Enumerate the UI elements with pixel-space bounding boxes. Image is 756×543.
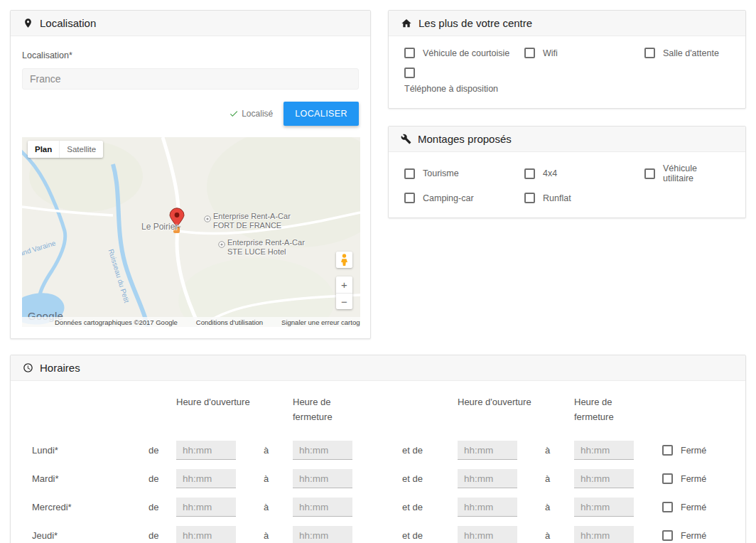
time-lundi-open1-input[interactable] — [176, 441, 236, 460]
map-plan-button[interactable]: Plan — [28, 141, 59, 158]
checkbox-runflat[interactable]: Runflat — [524, 193, 644, 203]
horaires-row-lundi: Lundi* de à et de à Fermé — [32, 436, 724, 465]
salle-attente-checkbox[interactable] — [644, 48, 655, 58]
time-mardi-open2-input[interactable] — [458, 469, 517, 488]
clock-icon — [23, 362, 33, 373]
camping-car-checkbox[interactable] — [404, 193, 415, 203]
close-header-2: Heure de fermeture — [574, 395, 631, 425]
zoom-in-button[interactable]: + — [336, 276, 352, 293]
telephone-checkbox[interactable] — [404, 68, 415, 78]
runflat-checkbox[interactable] — [524, 193, 535, 203]
time-lundi-close1-input[interactable] — [293, 441, 352, 460]
top-row: Localisation Localisation* Localisé LOCA… — [10, 10, 746, 339]
time-jeudi-open2-input[interactable] — [458, 526, 517, 543]
localize-row: Localisé LOCALISER — [22, 102, 359, 126]
home-icon — [401, 18, 412, 29]
map-label-enterprise-steluce: Enterprise Rent-A-Car STE LUCE Hotel — [227, 238, 305, 256]
open-header-1: Heure d'ouverture — [176, 395, 264, 410]
horaires-body: Heure d'ouverture Heure de fermeture Heu… — [11, 381, 745, 543]
time-mardi-close1-input[interactable] — [293, 469, 352, 488]
ferme-mardi-checkbox[interactable] — [662, 473, 673, 484]
4x4-checkbox[interactable] — [524, 168, 535, 179]
montages-title: Montages proposés — [418, 133, 512, 145]
checkbox-vehicule-courtoisie[interactable]: Véhicule de courtoisie — [404, 48, 524, 58]
zoom-out-button[interactable]: − — [336, 293, 352, 309]
horaires-row-mercredi: Mercredi* de à et de à Fermé — [32, 493, 724, 522]
right-column: Les plus de votre centre Véhicule de cou… — [388, 10, 746, 218]
tourisme-checkbox[interactable] — [404, 168, 415, 179]
localisation-field-label: Localisation* — [22, 50, 359, 60]
checkbox-4x4[interactable]: 4x4 — [524, 163, 644, 183]
checkbox-telephone[interactable]: Téléphone à disposition — [404, 68, 524, 94]
time-mercredi-open1-input[interactable] — [176, 498, 236, 517]
localisation-body: Localisation* Localisé LOCALISER — [11, 36, 370, 338]
map-satellite-button[interactable]: Satellite — [59, 141, 103, 158]
time-lundi-close2-input[interactable] — [574, 441, 634, 460]
zoom-control: + − — [336, 276, 352, 309]
montages-card: Montages proposés Tourisme 4x4 — [388, 126, 746, 218]
extras-card: Les plus de votre centre Véhicule de cou… — [388, 10, 746, 109]
time-mercredi-close1-input[interactable] — [293, 498, 352, 517]
map-label-le-poirier: Le Poirier — [141, 222, 178, 232]
localisation-card-header: Localisation — [11, 11, 370, 36]
horaires-row-jeudi: Jeudi* de à et de à Fermé — [32, 522, 724, 543]
time-lundi-open2-input[interactable] — [458, 441, 517, 460]
time-mercredi-close2-input[interactable] — [574, 498, 634, 517]
map-report-error-link[interactable]: Signaler une erreur cartographique — [281, 318, 360, 326]
wifi-checkbox[interactable] — [524, 48, 535, 58]
localisation-input[interactable] — [22, 68, 359, 90]
day-label: Lundi* — [32, 445, 148, 456]
open-header-2: Heure d'ouverture — [458, 395, 545, 410]
ferme-lundi-checkbox[interactable] — [662, 445, 673, 456]
day-label: Mercredi* — [32, 502, 148, 512]
montages-card-header: Montages proposés — [389, 127, 745, 152]
close-header-1: Heure de fermeture — [293, 395, 350, 425]
horaires-card-header: Horaires — [11, 355, 745, 381]
vehicule-courtoisie-checkbox[interactable] — [404, 48, 415, 58]
horaires-title: Horaires — [40, 362, 80, 374]
montages-body: Tourisme 4x4 Véhicule utilitaire Ca — [389, 152, 745, 217]
ferme-jeudi-checkbox[interactable] — [662, 530, 673, 541]
map-type-control: Plan Satellite — [28, 141, 103, 158]
pegman-control[interactable] — [336, 252, 352, 268]
ferme-mercredi[interactable]: Fermé — [662, 502, 724, 512]
day-label: Jeudi* — [32, 530, 148, 541]
ferme-lundi[interactable]: Fermé — [662, 445, 724, 456]
ferme-jeudi[interactable]: Fermé — [662, 530, 724, 541]
time-mardi-close2-input[interactable] — [574, 469, 634, 488]
time-jeudi-close1-input[interactable] — [293, 526, 352, 543]
map[interactable]: Le Poirier Enterprise Rent-A-Car FORT DE… — [22, 137, 360, 327]
horaires-row-mardi: Mardi* de à et de à Fermé — [32, 465, 724, 493]
checkbox-vehicule-utilitaire[interactable]: Véhicule utilitaire — [644, 163, 730, 183]
time-mercredi-open2-input[interactable] — [458, 498, 517, 517]
map-attribution-bar: Données cartographiques ©2017 Google Con… — [22, 317, 360, 327]
day-label: Mardi* — [32, 473, 148, 484]
checkbox-salle-attente[interactable]: Salle d'attente — [644, 48, 730, 58]
time-jeudi-open1-input[interactable] — [176, 526, 236, 543]
checkbox-wifi[interactable]: Wifi — [524, 48, 644, 58]
ferme-mercredi-checkbox[interactable] — [662, 502, 673, 512]
extras-card-header: Les plus de votre centre — [389, 11, 745, 36]
ferme-mardi[interactable]: Fermé — [662, 473, 724, 484]
localized-status: Localisé — [229, 109, 273, 119]
localized-label: Localisé — [242, 109, 273, 119]
localisation-card: Localisation Localisation* Localisé LOCA… — [10, 10, 371, 339]
extras-title: Les plus de votre centre — [418, 17, 532, 29]
checkbox-camping-car[interactable]: Camping-car — [404, 193, 524, 203]
wrench-icon — [401, 134, 411, 144]
time-jeudi-close2-input[interactable] — [574, 526, 634, 543]
horaires-header-row: Heure d'ouverture Heure de fermeture Heu… — [32, 395, 724, 425]
pegman-icon — [339, 254, 350, 266]
localisation-title: Localisation — [40, 17, 96, 29]
map-attribution: Données cartographiques ©2017 Google — [55, 318, 178, 326]
time-mardi-open1-input[interactable] — [176, 469, 236, 488]
horaires-card: Horaires Heure d'ouverture Heure de ferm… — [10, 355, 746, 543]
checkbox-tourisme[interactable]: Tourisme — [404, 163, 524, 183]
extras-body: Véhicule de courtoisie Wifi Salle d'atte… — [389, 36, 745, 108]
vehicule-utilitaire-checkbox[interactable] — [644, 168, 655, 179]
map-terms-link[interactable]: Conditions d'utilisation — [196, 318, 263, 326]
check-icon — [229, 109, 239, 119]
localiser-button[interactable]: LOCALISER — [284, 102, 359, 126]
location-pin-icon — [23, 18, 33, 28]
map-terrain — [22, 137, 360, 327]
